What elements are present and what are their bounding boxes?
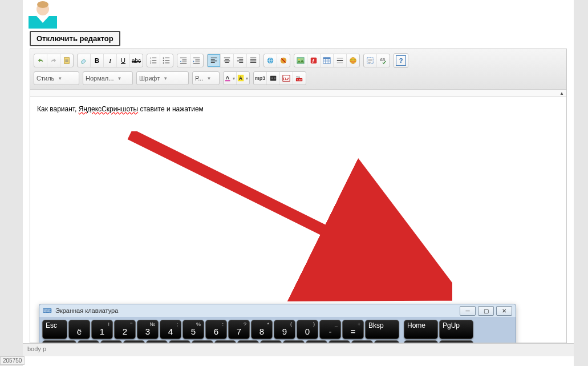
- mp3-button[interactable]: mp3: [254, 72, 266, 85]
- keyboard-icon: ⌨: [43, 307, 52, 315]
- svg-rect-14: [152, 63, 156, 63]
- svg-line-79: [130, 134, 435, 285]
- svg-point-59: [350, 58, 356, 64]
- key-е[interactable]: е: [169, 340, 190, 343]
- svg-rect-7: [65, 60, 68, 61]
- key-3[interactable]: №3: [137, 320, 159, 339]
- osk-title-text: Экранная клавиатура: [55, 307, 118, 314]
- key--[interactable]: _-: [319, 320, 341, 339]
- svg-rect-34: [225, 59, 229, 59]
- help-button[interactable]: ?: [396, 55, 406, 66]
- indent-button[interactable]: [190, 54, 203, 67]
- font-select[interactable]: Шрифт▼: [136, 71, 189, 85]
- key-ц[interactable]: ц: [100, 340, 122, 343]
- osk-titlebar[interactable]: ⌨ Экранная клавиатура ─ ▢ ✕: [39, 304, 516, 317]
- key-щ[interactable]: щ: [260, 340, 282, 343]
- paste-button[interactable]: [60, 54, 73, 67]
- key-ё[interactable]: ё: [68, 320, 90, 339]
- disable-editor-button[interactable]: Отключить редактор: [30, 31, 120, 46]
- key-у[interactable]: у: [123, 340, 145, 343]
- minimize-button[interactable]: ─: [460, 306, 476, 316]
- youtube-button[interactable]: YouTube: [293, 72, 306, 85]
- svg-rect-33: [224, 58, 230, 58]
- key-ш[interactable]: ш: [237, 340, 259, 343]
- key-=[interactable]: +=: [342, 320, 364, 339]
- italic-button[interactable]: I: [103, 54, 116, 67]
- key-\[interactable]: \: [351, 340, 373, 343]
- spellcheck-button[interactable]: AB: [376, 54, 390, 67]
- key-к[interactable]: к: [146, 340, 168, 343]
- strike-button[interactable]: abc: [129, 54, 143, 67]
- redo-button[interactable]: [47, 54, 60, 67]
- key-del[interactable]: Del: [374, 340, 399, 343]
- align-left-button[interactable]: [208, 54, 220, 67]
- key-7[interactable]: ?7: [228, 320, 250, 339]
- key-8[interactable]: *8: [251, 320, 273, 339]
- smiley-button[interactable]: [346, 54, 359, 67]
- key-1[interactable]: !1: [91, 320, 113, 339]
- status-bar: body p: [23, 343, 574, 356]
- hr-button[interactable]: [333, 54, 346, 67]
- svg-point-60: [351, 59, 352, 61]
- unlink-button[interactable]: [277, 54, 290, 67]
- maximize-button[interactable]: ▢: [478, 306, 494, 316]
- underline-button[interactable]: U: [116, 54, 129, 67]
- svg-rect-27: [195, 62, 200, 62]
- editor-canvas[interactable]: Как вариант, ЯндексСкриншоты ставите и н…: [30, 97, 566, 343]
- collapse-icon[interactable]: ▲: [559, 91, 564, 96]
- numbered-list-button[interactable]: 123: [147, 54, 160, 67]
- close-button[interactable]: ✕: [496, 306, 512, 316]
- key-bksp[interactable]: Bksp: [365, 320, 399, 339]
- svg-rect-38: [239, 59, 243, 59]
- svg-text:1: 1: [150, 57, 151, 59]
- link-button[interactable]: [264, 54, 277, 67]
- style-select[interactable]: Стиль▼: [34, 71, 79, 85]
- key-home[interactable]: Home: [404, 320, 438, 339]
- svg-rect-42: [250, 59, 257, 59]
- align-justify-button[interactable]: [246, 54, 259, 67]
- select-all-button[interactable]: [364, 54, 376, 67]
- align-right-button[interactable]: [233, 54, 246, 67]
- bullet-list-button[interactable]: [160, 54, 173, 67]
- svg-point-72: [271, 77, 274, 79]
- svg-rect-23: [182, 62, 186, 62]
- align-center-button[interactable]: [220, 54, 233, 67]
- key-5[interactable]: %5: [183, 320, 204, 339]
- format-select[interactable]: Нормал...▼: [83, 71, 133, 85]
- key-4[interactable]: ;4: [160, 320, 181, 339]
- flash-button[interactable]: f: [307, 54, 320, 67]
- svg-rect-18: [165, 60, 169, 61]
- key-х[interactable]: х: [306, 340, 327, 343]
- key-end[interactable]: End: [404, 340, 438, 343]
- text-color-button[interactable]: A▼: [224, 72, 236, 85]
- flv-button[interactable]: FLV: [279, 72, 293, 85]
- key-esc[interactable]: Esc: [42, 320, 67, 339]
- svg-rect-58: [337, 63, 343, 63]
- eraser-button[interactable]: [78, 54, 90, 67]
- key-tab[interactable]: Tab: [42, 340, 76, 343]
- bold-button[interactable]: B: [90, 54, 103, 67]
- svg-rect-16: [165, 58, 169, 58]
- key-pgup[interactable]: PgUp: [439, 320, 473, 339]
- key-9[interactable]: (9: [274, 320, 295, 339]
- video-button[interactable]: [266, 72, 279, 85]
- key-з[interactable]: з: [283, 340, 305, 343]
- key-0[interactable]: )0: [297, 320, 318, 339]
- outdent-button[interactable]: [177, 54, 190, 67]
- svg-rect-31: [211, 61, 217, 61]
- size-select[interactable]: Р...▼: [192, 71, 220, 85]
- key-2[interactable]: "2: [114, 320, 136, 339]
- undo-button[interactable]: [34, 54, 47, 67]
- bg-color-button[interactable]: A▼: [236, 72, 249, 85]
- image-button[interactable]: [294, 54, 307, 67]
- key-г[interactable]: г: [214, 340, 236, 343]
- svg-rect-39: [237, 61, 244, 61]
- key-pgdn[interactable]: PgDn: [439, 340, 473, 343]
- table-button[interactable]: [320, 54, 333, 67]
- key-й[interactable]: й: [78, 340, 99, 343]
- svg-rect-20: [165, 63, 169, 63]
- svg-rect-21: [180, 58, 186, 58]
- key-ъ[interactable]: ъ: [329, 340, 350, 343]
- key-н[interactable]: н: [192, 340, 213, 343]
- key-6[interactable]: :6: [205, 320, 227, 339]
